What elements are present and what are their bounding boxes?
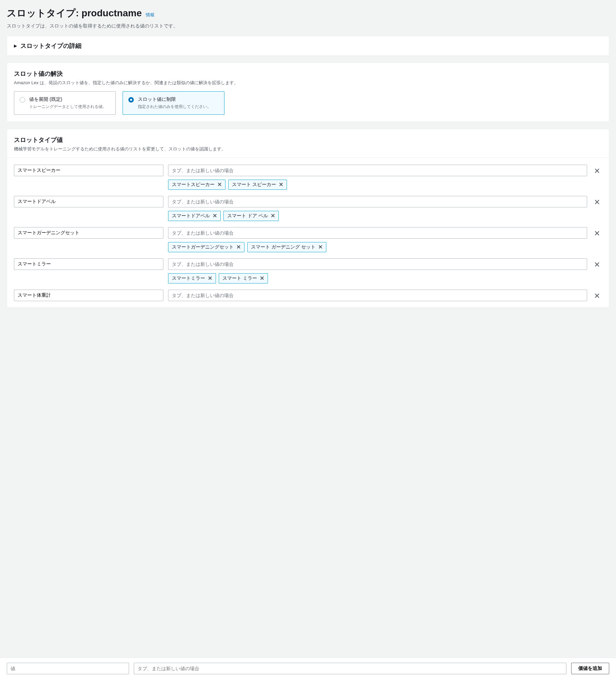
value-row: スマートガーデニングセット✕スマート ガーデニング セット✕✕ [14,227,602,252]
details-panel-title: スロットタイプの詳細 [20,42,81,50]
radio-icon [128,97,134,103]
close-icon[interactable]: ✕ [213,213,217,219]
value-input[interactable] [14,290,163,301]
value-input[interactable] [14,196,163,207]
delete-row-icon[interactable]: ✕ [592,197,602,207]
radio-label: 値を展開 (既定) [29,96,107,103]
resolution-option-0[interactable]: 値を展開 (既定)トレーニングデータとして使用される値。 [14,91,116,115]
synonym-input[interactable] [168,258,587,270]
value-row: スマートスピーカー✕スマート スピーカー✕✕ [14,165,602,190]
radio-label: スロット値に制限 [138,96,211,103]
close-icon[interactable]: ✕ [217,182,222,187]
radio-desc: トレーニングデータとして使用される値。 [29,104,107,110]
synonym-input[interactable] [168,196,587,207]
details-panel-toggle[interactable]: ▶ スロットタイプの詳細 [7,36,609,55]
synonym-tag: スマートガーデニングセット✕ [168,242,244,252]
value-input[interactable] [14,227,163,239]
synonym-tag: スマートドアベル✕ [168,211,221,221]
synonym-tag-label: スマート ドア ベル [227,213,268,219]
value-input[interactable] [14,165,163,176]
details-panel: ▶ スロットタイプの詳細 [7,36,609,56]
synonym-tag-label: スマート ガーデニング セット [251,244,315,250]
synonym-tag-label: スマートドアベル [172,213,210,219]
delete-row-icon[interactable]: ✕ [592,291,602,301]
synonym-tag-label: スマートスピーカー [172,182,215,188]
synonym-tag-label: スマート ミラー [222,275,257,281]
synonym-tag: スマート ドア ベル✕ [223,211,279,221]
synonym-tag-label: スマートミラー [172,275,205,281]
resolution-panel: スロット値の解決 Amazon Lex は、発話のスロット値を、指定した値のみに… [7,62,609,122]
value-row: スマートミラー✕スマート ミラー✕✕ [14,258,602,283]
synonym-tag: スマートミラー✕ [168,273,216,283]
values-panel: スロットタイプ値 機械学習モデルをトレーニングするために使用される値のリストを変… [7,129,609,308]
delete-row-icon[interactable]: ✕ [592,260,602,270]
values-panel-title: スロットタイプ値 [14,136,602,144]
delete-row-icon[interactable]: ✕ [592,228,602,239]
values-panel-subtitle: 機械学習モデルをトレーニングするために使用される値のリストを変更して、スロットの… [14,146,602,152]
synonym-tag-label: スマート スピーカー [232,182,276,188]
info-link[interactable]: 情報 [146,12,155,18]
synonym-input[interactable] [168,227,587,239]
close-icon[interactable]: ✕ [271,213,275,219]
resolution-panel-title: スロット値の解決 [14,70,602,78]
caret-right-icon: ▶ [14,43,17,48]
close-icon[interactable]: ✕ [279,182,283,187]
value-input[interactable] [14,258,163,270]
value-row: スマートドアベル✕スマート ドア ベル✕✕ [14,196,602,221]
value-row: ✕ [14,290,602,301]
radio-desc: 指定された値のみを使用してください。 [138,104,211,110]
synonym-tag: スマートスピーカー✕ [168,180,225,190]
resolution-option-1[interactable]: スロット値に制限指定された値のみを使用してください。 [123,91,224,115]
synonym-input[interactable] [168,290,587,301]
resolution-panel-subtitle: Amazon Lex は、発話のスロット値を、指定した値のみに解決するか、関連ま… [14,80,602,86]
synonym-tag: スマート ミラー✕ [219,273,268,283]
close-icon[interactable]: ✕ [236,244,241,250]
title-name: productname [81,8,142,18]
title-prefix: スロットタイプ: [7,8,81,18]
synonym-tag-label: スマートガーデニングセット [172,244,234,250]
close-icon[interactable]: ✕ [260,276,264,281]
synonym-input[interactable] [168,165,587,176]
synonym-tag: スマート スピーカー✕ [228,180,287,190]
close-icon[interactable]: ✕ [318,244,323,250]
synonym-tag: スマート ガーデニング セット✕ [247,242,326,252]
delete-row-icon[interactable]: ✕ [592,166,602,176]
page-description: スロットタイプは、スロットの値を取得するために使用される値のリストです。 [7,23,609,29]
close-icon[interactable]: ✕ [208,276,212,281]
page-title: スロットタイプ: productname 情報 [7,7,609,20]
radio-icon [20,97,25,103]
